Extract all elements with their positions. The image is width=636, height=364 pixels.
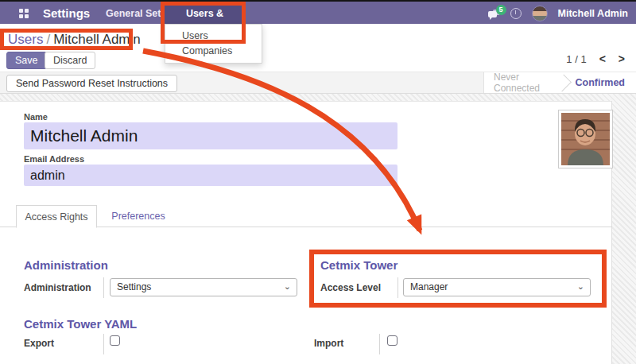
name-field-label: Name bbox=[24, 112, 48, 122]
administration-select[interactable]: Settings ⌄ bbox=[110, 278, 297, 296]
access-level-field-label: Access Level bbox=[320, 282, 381, 293]
chevron-down-icon: ⌄ bbox=[284, 278, 291, 295]
notebook-tabs: Access Rights Preferences bbox=[0, 205, 612, 227]
messages-badge: 5 bbox=[496, 5, 506, 15]
odoo-settings-screen: Settings General Settings Users & Compan… bbox=[0, 0, 636, 364]
form-sheet: Name Email Address bbox=[0, 101, 612, 364]
record-pager: 1 / 1 < > bbox=[566, 52, 625, 65]
administration-select-value: Settings bbox=[117, 281, 151, 292]
control-panel: Users/Mitchell Admin Save Discard 1 / 1 … bbox=[0, 24, 636, 72]
export-field-label: Export bbox=[24, 338, 54, 349]
section-cetmix-tower-title: Cetmix Tower bbox=[320, 258, 398, 272]
user-avatar-small[interactable] bbox=[532, 6, 548, 21]
export-checkbox[interactable] bbox=[110, 335, 120, 346]
menu-users-companies[interactable]: Users & Companies bbox=[165, 2, 245, 25]
field-divider bbox=[103, 334, 104, 354]
app-title: Settings bbox=[43, 2, 90, 25]
topbar-right-cluster: 5 Mitchell Admin bbox=[488, 2, 628, 25]
email-input[interactable] bbox=[24, 165, 398, 186]
section-cetmix-yaml-title: Cetmix Tower YAML bbox=[24, 317, 137, 331]
send-password-reset-button[interactable]: Send Password Reset Instructions bbox=[6, 75, 177, 92]
pager-value: 1 / 1 bbox=[566, 53, 586, 65]
users-companies-dropdown: Users Companies bbox=[165, 24, 262, 64]
field-divider bbox=[379, 334, 380, 354]
top-navbar: Settings General Settings Users & Compan… bbox=[0, 0, 636, 24]
email-field-label: Email Address bbox=[24, 154, 84, 164]
import-field-label: Import bbox=[314, 338, 343, 349]
dropdown-item-users[interactable]: Users bbox=[165, 29, 262, 44]
field-divider bbox=[398, 277, 398, 298]
state-confirmed[interactable]: Confirmed bbox=[571, 77, 636, 88]
chevron-down-icon: ⌄ bbox=[577, 278, 584, 295]
form-view-background: Name Email Address bbox=[0, 94, 636, 364]
section-administration-title: Administration bbox=[24, 258, 108, 272]
field-divider bbox=[103, 277, 104, 298]
messages-icon[interactable]: 5 bbox=[488, 10, 500, 18]
breadcrumb-users-link[interactable]: Users bbox=[8, 32, 43, 47]
name-input[interactable] bbox=[24, 122, 398, 149]
apps-grid-icon[interactable] bbox=[19, 9, 29, 19]
administration-field-label: Administration bbox=[24, 282, 91, 293]
tab-preferences[interactable]: Preferences bbox=[103, 205, 173, 227]
breadcrumb: Users/Mitchell Admin bbox=[8, 32, 141, 48]
breadcrumb-current: Mitchell Admin bbox=[53, 32, 141, 47]
user-menu[interactable]: Mitchell Admin bbox=[558, 8, 628, 19]
user-photo[interactable] bbox=[558, 110, 613, 168]
save-button[interactable]: Save bbox=[6, 52, 47, 69]
pager-next-icon[interactable]: > bbox=[619, 52, 625, 65]
pager-prev-icon[interactable]: < bbox=[599, 52, 606, 65]
form-statusbar: Send Password Reset Instructions Never C… bbox=[0, 72, 636, 94]
activities-clock-icon[interactable] bbox=[510, 8, 522, 19]
access-level-select-value: Manager bbox=[410, 281, 448, 292]
breadcrumb-separator: / bbox=[43, 32, 53, 47]
state-never-connected[interactable]: Never Connected bbox=[484, 72, 564, 94]
import-checkbox[interactable] bbox=[387, 335, 398, 346]
discard-button[interactable]: Discard bbox=[45, 52, 95, 69]
access-level-select[interactable]: Manager ⌄ bbox=[403, 278, 591, 296]
statusbar-states: Never Connected Confirmed bbox=[483, 72, 636, 93]
dropdown-item-companies[interactable]: Companies bbox=[165, 44, 262, 59]
tab-access-rights[interactable]: Access Rights bbox=[16, 205, 97, 228]
user-photo-image bbox=[561, 113, 610, 165]
